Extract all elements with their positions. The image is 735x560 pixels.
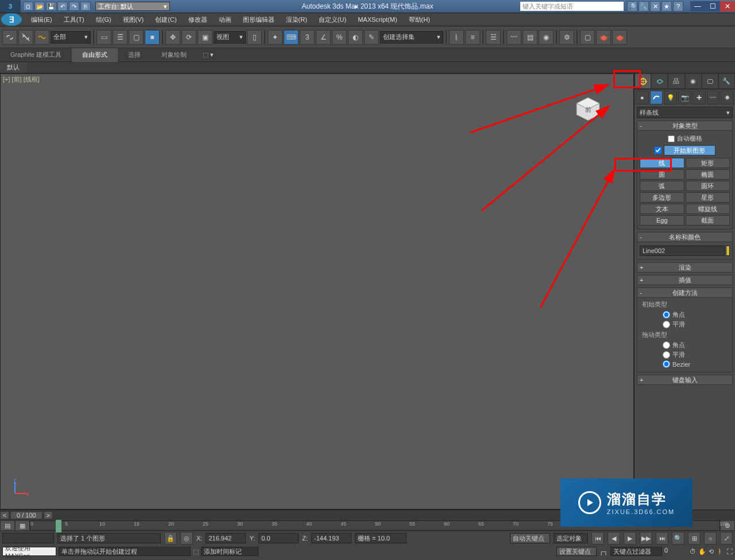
- key-icon[interactable]: 🔧: [639, 1, 649, 11]
- menu-animation[interactable]: 动画: [213, 13, 237, 26]
- display-tab-icon[interactable]: 🖵: [702, 73, 718, 89]
- menu-views[interactable]: 视图(V): [117, 13, 150, 26]
- lights-subtab-icon[interactable]: 💡: [664, 91, 677, 104]
- close-button[interactable]: ✕: [720, 1, 735, 11]
- ribbon-tab-select[interactable]: 选择: [118, 48, 151, 62]
- pivot-center-icon[interactable]: ▯: [247, 30, 262, 45]
- save-icon[interactable]: 💾: [46, 2, 56, 11]
- play-icon[interactable]: ▶: [624, 532, 636, 545]
- rollout-head-interp[interactable]: +插值: [637, 275, 733, 285]
- layers-icon[interactable]: ☱: [486, 30, 501, 45]
- line-button[interactable]: 线: [640, 158, 684, 168]
- drag-smooth-radio[interactable]: [663, 351, 670, 359]
- z-coord-input[interactable]: -144.193: [311, 533, 351, 543]
- viewport-label[interactable]: [+] [前] [线框]: [3, 75, 40, 84]
- snap-toggle-icon[interactable]: ⬚: [193, 548, 199, 555]
- rollout-head-kbd[interactable]: +键盘输入: [637, 375, 733, 385]
- edit-named-sel-icon[interactable]: ✎: [364, 30, 379, 45]
- maximize-button[interactable]: ☐: [705, 1, 720, 11]
- select-by-name-icon[interactable]: ☰: [113, 30, 127, 45]
- ellipse-button[interactable]: 椭圆: [686, 169, 730, 180]
- donut-button[interactable]: 圆环: [686, 181, 730, 191]
- cameras-subtab-icon[interactable]: 📷: [678, 91, 691, 104]
- create-tab-icon[interactable]: [635, 73, 651, 89]
- ribbon-collapse-icon[interactable]: ⬚ ▾: [203, 51, 214, 59]
- rollout-head-rendering[interactable]: +渲染: [637, 262, 733, 273]
- viewport[interactable]: [+] [前] [线框] 前 z x: [0, 73, 634, 510]
- nav-zoomall-icon[interactable]: ⊞: [688, 532, 701, 545]
- maxscript-mini-listener[interactable]: [2, 533, 54, 543]
- timeslider-prev-icon[interactable]: <: [0, 511, 9, 519]
- nav-walk-icon[interactable]: 🚶: [716, 548, 724, 555]
- setkey-button[interactable]: 设置关键点: [556, 547, 597, 556]
- utilities-tab-icon[interactable]: 🔧: [718, 73, 735, 89]
- menu-help[interactable]: 帮助(H): [403, 13, 436, 26]
- material-editor-icon[interactable]: ◉: [539, 30, 554, 45]
- search-input[interactable]: 键入关键字或短语: [520, 2, 624, 11]
- undo-icon[interactable]: ↶: [57, 2, 68, 11]
- snap-3-icon[interactable]: 3: [300, 30, 315, 45]
- exchange-icon[interactable]: ✕: [650, 1, 660, 11]
- menu-tools[interactable]: 工具(T): [58, 13, 90, 26]
- link-icon[interactable]: [2, 30, 17, 45]
- rollout-head-namecolor[interactable]: -名称和颜色: [637, 232, 733, 242]
- select-object-icon[interactable]: ▭: [96, 30, 111, 45]
- geometry-subtab-icon[interactable]: ●: [636, 91, 649, 104]
- minimize-button[interactable]: —: [690, 1, 705, 11]
- rectangle-button[interactable]: 矩形: [686, 158, 730, 168]
- autogrid-checkbox[interactable]: [668, 135, 675, 142]
- render-last-icon[interactable]: 🫖: [612, 30, 627, 45]
- bind-spacewarp-icon[interactable]: [34, 30, 49, 45]
- rollout-head-objtype[interactable]: -对象类型: [637, 120, 733, 131]
- initial-corner-radio[interactable]: [663, 311, 670, 318]
- app-menu-icon[interactable]: Ǝ: [1, 13, 22, 26]
- refcoord-dropdown[interactable]: 视图▾: [214, 31, 246, 44]
- object-color-swatch[interactable]: [726, 246, 730, 256]
- selection-filter-dropdown[interactable]: 全部▾: [51, 31, 91, 44]
- timeslider-position[interactable]: 0 / 100: [10, 511, 42, 519]
- menu-rendering[interactable]: 渲染(R): [280, 13, 313, 26]
- ribbon-tab-objectpaint[interactable]: 对象绘制: [151, 48, 197, 62]
- modify-tab-icon[interactable]: [651, 73, 668, 89]
- drag-bezier-radio[interactable]: [663, 360, 670, 368]
- ribbon-tab-graphite[interactable]: Graphite 建模工具: [0, 48, 72, 62]
- rectangle-region-icon[interactable]: ▢: [129, 30, 144, 45]
- circle-button[interactable]: 圆: [640, 169, 684, 180]
- time-config-icon[interactable]: ⏱: [690, 548, 696, 555]
- schematic-view-icon[interactable]: ▤: [523, 30, 537, 45]
- manipulate-icon[interactable]: ✦: [268, 30, 283, 45]
- trackbar-filter-icon[interactable]: ▦: [15, 520, 30, 531]
- ribbon-tab-freeform[interactable]: 自由形式: [72, 48, 118, 62]
- nav-orbit-icon[interactable]: ⟲: [709, 548, 714, 555]
- open-icon[interactable]: 📂: [34, 2, 45, 11]
- y-coord-input[interactable]: 0.0: [258, 533, 299, 543]
- selset-dropdown[interactable]: 选定对象: [554, 533, 588, 543]
- named-selection-dropdown[interactable]: 创建选择集▾: [380, 31, 443, 44]
- x-coord-input[interactable]: 216.942: [206, 533, 246, 543]
- nav-pan-icon[interactable]: ✋: [698, 548, 706, 555]
- menu-grapheditors[interactable]: 图形编辑器: [237, 13, 280, 26]
- play-next-icon[interactable]: ▶▶: [640, 532, 652, 545]
- redo-icon[interactable]: ↷: [69, 2, 79, 11]
- help-icon[interactable]: ?: [673, 1, 683, 11]
- timeslider-next-icon[interactable]: >: [44, 511, 53, 519]
- new-icon[interactable]: 🗋: [23, 2, 33, 11]
- initial-smooth-radio[interactable]: [663, 321, 670, 328]
- frame-input[interactable]: 0: [664, 547, 687, 556]
- keyfilter-button[interactable]: 关键点过滤器: [610, 547, 662, 556]
- window-crossing-icon[interactable]: ■: [145, 30, 160, 45]
- menu-maxscript[interactable]: MAXScript(M): [352, 13, 403, 26]
- scene-tab-default[interactable]: 默认: [0, 63, 26, 73]
- trackbar-mini-icon[interactable]: ▤: [0, 520, 15, 531]
- menu-modifiers[interactable]: 修改器: [183, 13, 213, 26]
- trackbar-cursor[interactable]: [56, 520, 61, 532]
- angle-snap-icon[interactable]: ∠: [316, 30, 331, 45]
- keyboard-shortcut-icon[interactable]: ⌨: [284, 30, 299, 45]
- systems-subtab-icon[interactable]: ✸: [721, 91, 734, 104]
- helix-button[interactable]: 螺旋线: [686, 204, 730, 214]
- nav-fov-icon[interactable]: ⟐: [704, 532, 717, 545]
- lock-selection-icon[interactable]: 🔒: [164, 532, 177, 545]
- nav-zoom-icon[interactable]: 🔍: [672, 532, 684, 545]
- menu-group[interactable]: 组(G): [90, 13, 117, 26]
- motion-tab-icon[interactable]: ◉: [685, 73, 702, 89]
